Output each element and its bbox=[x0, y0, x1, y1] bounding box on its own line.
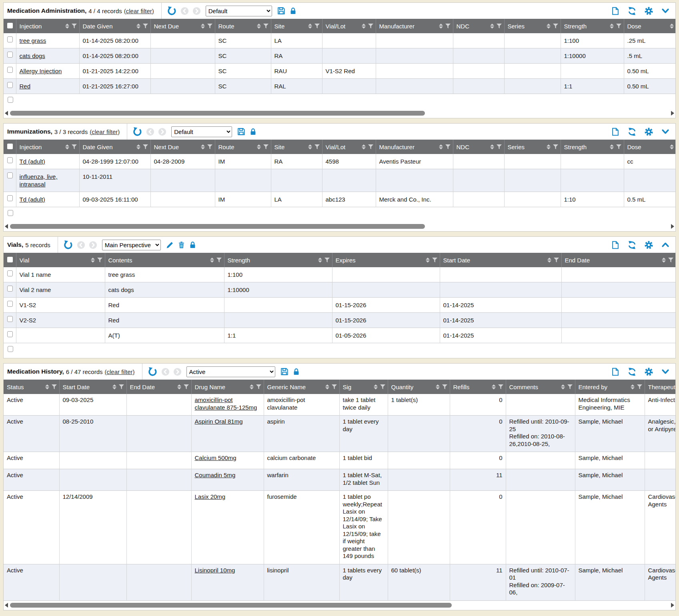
column-header-site[interactable]: Site bbox=[271, 140, 322, 154]
select-all-checkbox[interactable] bbox=[7, 144, 13, 149]
row-checkbox[interactable] bbox=[7, 195, 13, 201]
row-checkbox[interactable] bbox=[7, 301, 13, 307]
filter-icon[interactable] bbox=[637, 384, 642, 389]
save-icon[interactable] bbox=[237, 127, 246, 136]
column-header-quantity[interactable]: Quantity bbox=[388, 380, 450, 394]
filter-icon[interactable] bbox=[314, 24, 320, 28]
sort-icon[interactable] bbox=[561, 384, 565, 390]
column-header-dose[interactable]: Dose bbox=[624, 19, 675, 33]
sort-icon[interactable] bbox=[65, 24, 69, 29]
filter-icon[interactable] bbox=[119, 384, 124, 389]
row-checkbox[interactable] bbox=[7, 36, 13, 42]
next-icon[interactable] bbox=[158, 128, 166, 136]
filter-icon[interactable] bbox=[567, 384, 573, 389]
scrollbar-thumb[interactable] bbox=[10, 224, 425, 229]
filter-icon[interactable] bbox=[432, 258, 437, 262]
row-checkbox[interactable] bbox=[7, 52, 13, 58]
column-header-vial-lot[interactable]: Vial/Lot bbox=[322, 19, 376, 33]
new-document-icon[interactable] bbox=[611, 240, 620, 250]
sort-icon[interactable] bbox=[426, 258, 430, 263]
clear-filter-link[interactable]: (clear filter) bbox=[90, 128, 120, 135]
column-header-injection[interactable]: Injection bbox=[16, 140, 79, 154]
sort-icon[interactable] bbox=[662, 258, 666, 263]
collapse-up-icon[interactable] bbox=[661, 240, 670, 249]
refresh-icon[interactable] bbox=[627, 367, 637, 376]
filter-icon[interactable] bbox=[668, 258, 673, 262]
scroll-right-arrow[interactable] bbox=[671, 111, 674, 116]
column-header-date-given[interactable]: Date Given bbox=[79, 140, 150, 154]
collapse-down-icon[interactable] bbox=[661, 367, 670, 376]
column-header-generic-name[interactable]: Generic Name bbox=[264, 380, 339, 394]
filter-icon[interactable] bbox=[554, 258, 559, 262]
injection-link[interactable]: influenza, live, intranasal bbox=[20, 173, 58, 188]
column-header-start-date[interactable]: Start Date bbox=[59, 380, 126, 394]
scrollbar-thumb[interactable] bbox=[10, 111, 425, 116]
next-icon[interactable] bbox=[173, 368, 182, 376]
prev-icon[interactable] bbox=[180, 7, 189, 15]
undo-icon[interactable] bbox=[63, 240, 73, 250]
row-checkbox[interactable] bbox=[7, 316, 13, 322]
column-header-series[interactable]: Series bbox=[504, 19, 561, 33]
row-checkbox[interactable] bbox=[7, 172, 13, 178]
filter-icon[interactable] bbox=[498, 384, 503, 389]
sort-icon[interactable] bbox=[308, 144, 312, 150]
filter-icon[interactable] bbox=[216, 258, 222, 262]
settings-icon[interactable] bbox=[644, 240, 653, 250]
undo-icon[interactable] bbox=[148, 367, 158, 377]
filter-icon[interactable] bbox=[445, 24, 451, 28]
filter-icon[interactable] bbox=[553, 24, 558, 28]
column-header-manufacturer[interactable]: Manufacturer bbox=[376, 19, 453, 33]
scroll-right-arrow[interactable] bbox=[671, 224, 674, 229]
clear-filter-link[interactable]: (clear filter) bbox=[124, 8, 154, 14]
filter-icon[interactable] bbox=[616, 144, 621, 149]
filter-icon[interactable] bbox=[497, 144, 502, 149]
drug-name-link[interactable]: Calcium 500mg bbox=[195, 454, 236, 461]
injection-link[interactable]: Td (adult) bbox=[20, 196, 45, 203]
sort-icon[interactable] bbox=[177, 384, 181, 390]
filter-icon[interactable] bbox=[263, 144, 268, 149]
filter-icon[interactable] bbox=[380, 384, 385, 389]
sort-icon[interactable] bbox=[136, 144, 140, 150]
sort-icon[interactable] bbox=[136, 24, 140, 29]
filter-icon[interactable] bbox=[324, 258, 330, 262]
injection-link[interactable]: Allergy Injection bbox=[20, 68, 62, 74]
sort-icon[interactable] bbox=[490, 24, 494, 29]
row-checkbox[interactable] bbox=[7, 82, 13, 88]
row-checkbox[interactable] bbox=[7, 67, 13, 73]
new-document-icon[interactable] bbox=[611, 127, 620, 136]
clear-filter-link[interactable]: (clear filter) bbox=[105, 368, 135, 375]
lock-icon[interactable] bbox=[249, 128, 257, 136]
sort-icon[interactable] bbox=[547, 258, 551, 263]
sort-icon[interactable] bbox=[439, 24, 443, 29]
column-header-contents[interactable]: Contents bbox=[105, 253, 224, 267]
filter-icon[interactable] bbox=[97, 258, 102, 262]
row-checkbox[interactable] bbox=[7, 286, 13, 292]
save-icon[interactable] bbox=[277, 6, 286, 15]
injection-link[interactable]: cats dogs bbox=[20, 52, 45, 59]
column-header-route[interactable]: Route bbox=[215, 19, 271, 33]
filter-icon[interactable] bbox=[143, 24, 148, 28]
sort-icon[interactable] bbox=[610, 24, 614, 29]
column-header-route[interactable]: Route bbox=[215, 140, 271, 154]
drug-name-link[interactable]: amoxicillin-pot clavulanate 875-125mg bbox=[195, 396, 257, 411]
sort-icon[interactable] bbox=[91, 258, 95, 263]
column-header-strength[interactable]: Strength bbox=[224, 253, 332, 267]
sort-icon[interactable] bbox=[547, 24, 551, 29]
drug-name-link[interactable]: Aspirin Oral 81mg bbox=[195, 418, 243, 425]
sort-icon[interactable] bbox=[325, 384, 329, 390]
settings-icon[interactable] bbox=[644, 367, 653, 376]
filter-icon[interactable] bbox=[442, 384, 447, 389]
sort-icon[interactable] bbox=[45, 384, 49, 390]
column-header-ndc[interactable]: NDC bbox=[453, 140, 504, 154]
sort-icon[interactable] bbox=[670, 24, 674, 29]
drug-name-link[interactable]: Coumadin 5mg bbox=[195, 472, 236, 478]
column-header-expires[interactable]: Expires bbox=[332, 253, 440, 267]
perspective-select[interactable]: Main Perspective bbox=[102, 240, 161, 250]
sort-icon[interactable] bbox=[490, 144, 494, 150]
injection-link[interactable]: tree grass bbox=[20, 37, 46, 44]
sort-icon[interactable] bbox=[250, 384, 254, 390]
select-all-checkbox[interactable] bbox=[7, 23, 13, 28]
scroll-left-arrow[interactable] bbox=[5, 603, 8, 608]
filter-icon[interactable] bbox=[256, 384, 261, 389]
perspective-select[interactable]: Active bbox=[186, 366, 275, 377]
